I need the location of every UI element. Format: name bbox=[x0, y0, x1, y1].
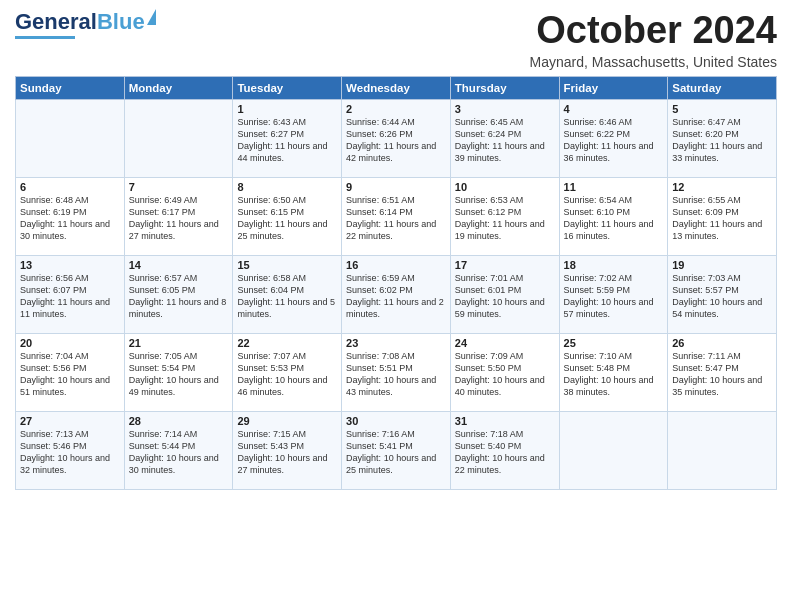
day-number: 14 bbox=[129, 259, 229, 271]
day-number: 12 bbox=[672, 181, 772, 193]
table-row bbox=[668, 411, 777, 489]
day-info: Sunrise: 6:56 AM Sunset: 6:07 PM Dayligh… bbox=[20, 272, 120, 321]
day-info: Sunrise: 7:13 AM Sunset: 5:46 PM Dayligh… bbox=[20, 428, 120, 477]
table-row: 4Sunrise: 6:46 AM Sunset: 6:22 PM Daylig… bbox=[559, 99, 668, 177]
calendar-week-row: 1Sunrise: 6:43 AM Sunset: 6:27 PM Daylig… bbox=[16, 99, 777, 177]
day-info: Sunrise: 6:51 AM Sunset: 6:14 PM Dayligh… bbox=[346, 194, 446, 243]
day-number: 18 bbox=[564, 259, 664, 271]
day-number: 9 bbox=[346, 181, 446, 193]
day-number: 5 bbox=[672, 103, 772, 115]
table-row: 1Sunrise: 6:43 AM Sunset: 6:27 PM Daylig… bbox=[233, 99, 342, 177]
day-info: Sunrise: 6:59 AM Sunset: 6:02 PM Dayligh… bbox=[346, 272, 446, 321]
title-block: October 2024 Maynard, Massachusetts, Uni… bbox=[530, 10, 777, 70]
day-info: Sunrise: 6:49 AM Sunset: 6:17 PM Dayligh… bbox=[129, 194, 229, 243]
table-row: 3Sunrise: 6:45 AM Sunset: 6:24 PM Daylig… bbox=[450, 99, 559, 177]
day-number: 20 bbox=[20, 337, 120, 349]
day-info: Sunrise: 6:50 AM Sunset: 6:15 PM Dayligh… bbox=[237, 194, 337, 243]
day-info: Sunrise: 6:53 AM Sunset: 6:12 PM Dayligh… bbox=[455, 194, 555, 243]
table-row: 20Sunrise: 7:04 AM Sunset: 5:56 PM Dayli… bbox=[16, 333, 125, 411]
day-info: Sunrise: 6:44 AM Sunset: 6:26 PM Dayligh… bbox=[346, 116, 446, 165]
header-thursday: Thursday bbox=[450, 76, 559, 99]
day-number: 28 bbox=[129, 415, 229, 427]
table-row: 19Sunrise: 7:03 AM Sunset: 5:57 PM Dayli… bbox=[668, 255, 777, 333]
logo: GeneralBlue bbox=[15, 10, 156, 39]
header-wednesday: Wednesday bbox=[342, 76, 451, 99]
table-row: 30Sunrise: 7:16 AM Sunset: 5:41 PM Dayli… bbox=[342, 411, 451, 489]
table-row: 29Sunrise: 7:15 AM Sunset: 5:43 PM Dayli… bbox=[233, 411, 342, 489]
day-number: 24 bbox=[455, 337, 555, 349]
table-row: 31Sunrise: 7:18 AM Sunset: 5:40 PM Dayli… bbox=[450, 411, 559, 489]
day-number: 11 bbox=[564, 181, 664, 193]
table-row: 23Sunrise: 7:08 AM Sunset: 5:51 PM Dayli… bbox=[342, 333, 451, 411]
table-row: 9Sunrise: 6:51 AM Sunset: 6:14 PM Daylig… bbox=[342, 177, 451, 255]
calendar-week-row: 6Sunrise: 6:48 AM Sunset: 6:19 PM Daylig… bbox=[16, 177, 777, 255]
table-row: 10Sunrise: 6:53 AM Sunset: 6:12 PM Dayli… bbox=[450, 177, 559, 255]
day-number: 17 bbox=[455, 259, 555, 271]
day-number: 26 bbox=[672, 337, 772, 349]
day-number: 29 bbox=[237, 415, 337, 427]
day-info: Sunrise: 7:09 AM Sunset: 5:50 PM Dayligh… bbox=[455, 350, 555, 399]
day-number: 8 bbox=[237, 181, 337, 193]
day-info: Sunrise: 6:47 AM Sunset: 6:20 PM Dayligh… bbox=[672, 116, 772, 165]
day-info: Sunrise: 7:18 AM Sunset: 5:40 PM Dayligh… bbox=[455, 428, 555, 477]
day-number: 30 bbox=[346, 415, 446, 427]
table-row bbox=[124, 99, 233, 177]
day-info: Sunrise: 6:57 AM Sunset: 6:05 PM Dayligh… bbox=[129, 272, 229, 321]
day-number: 21 bbox=[129, 337, 229, 349]
table-row: 21Sunrise: 7:05 AM Sunset: 5:54 PM Dayli… bbox=[124, 333, 233, 411]
table-row: 26Sunrise: 7:11 AM Sunset: 5:47 PM Dayli… bbox=[668, 333, 777, 411]
day-number: 23 bbox=[346, 337, 446, 349]
day-number: 4 bbox=[564, 103, 664, 115]
header-monday: Monday bbox=[124, 76, 233, 99]
calendar-week-row: 27Sunrise: 7:13 AM Sunset: 5:46 PM Dayli… bbox=[16, 411, 777, 489]
day-info: Sunrise: 6:58 AM Sunset: 6:04 PM Dayligh… bbox=[237, 272, 337, 321]
day-info: Sunrise: 6:43 AM Sunset: 6:27 PM Dayligh… bbox=[237, 116, 337, 165]
day-info: Sunrise: 7:15 AM Sunset: 5:43 PM Dayligh… bbox=[237, 428, 337, 477]
day-info: Sunrise: 6:48 AM Sunset: 6:19 PM Dayligh… bbox=[20, 194, 120, 243]
day-number: 6 bbox=[20, 181, 120, 193]
logo-triangle-icon bbox=[147, 9, 156, 25]
day-info: Sunrise: 7:04 AM Sunset: 5:56 PM Dayligh… bbox=[20, 350, 120, 399]
table-row: 8Sunrise: 6:50 AM Sunset: 6:15 PM Daylig… bbox=[233, 177, 342, 255]
day-info: Sunrise: 7:14 AM Sunset: 5:44 PM Dayligh… bbox=[129, 428, 229, 477]
day-number: 2 bbox=[346, 103, 446, 115]
location: Maynard, Massachusetts, United States bbox=[530, 54, 777, 70]
day-info: Sunrise: 7:16 AM Sunset: 5:41 PM Dayligh… bbox=[346, 428, 446, 477]
day-number: 25 bbox=[564, 337, 664, 349]
header-saturday: Saturday bbox=[668, 76, 777, 99]
header-friday: Friday bbox=[559, 76, 668, 99]
day-info: Sunrise: 7:02 AM Sunset: 5:59 PM Dayligh… bbox=[564, 272, 664, 321]
month-title: October 2024 bbox=[530, 10, 777, 52]
day-info: Sunrise: 7:07 AM Sunset: 5:53 PM Dayligh… bbox=[237, 350, 337, 399]
header-tuesday: Tuesday bbox=[233, 76, 342, 99]
day-number: 27 bbox=[20, 415, 120, 427]
day-number: 3 bbox=[455, 103, 555, 115]
logo-text: GeneralBlue bbox=[15, 10, 145, 34]
calendar-week-row: 20Sunrise: 7:04 AM Sunset: 5:56 PM Dayli… bbox=[16, 333, 777, 411]
day-number: 16 bbox=[346, 259, 446, 271]
day-info: Sunrise: 7:10 AM Sunset: 5:48 PM Dayligh… bbox=[564, 350, 664, 399]
calendar-table: Sunday Monday Tuesday Wednesday Thursday… bbox=[15, 76, 777, 490]
day-info: Sunrise: 7:03 AM Sunset: 5:57 PM Dayligh… bbox=[672, 272, 772, 321]
day-number: 10 bbox=[455, 181, 555, 193]
day-number: 7 bbox=[129, 181, 229, 193]
calendar-week-row: 13Sunrise: 6:56 AM Sunset: 6:07 PM Dayli… bbox=[16, 255, 777, 333]
day-info: Sunrise: 7:08 AM Sunset: 5:51 PM Dayligh… bbox=[346, 350, 446, 399]
calendar-header-row: Sunday Monday Tuesday Wednesday Thursday… bbox=[16, 76, 777, 99]
table-row: 24Sunrise: 7:09 AM Sunset: 5:50 PM Dayli… bbox=[450, 333, 559, 411]
day-number: 19 bbox=[672, 259, 772, 271]
header: GeneralBlue October 2024 Maynard, Massac… bbox=[15, 10, 777, 70]
table-row: 17Sunrise: 7:01 AM Sunset: 6:01 PM Dayli… bbox=[450, 255, 559, 333]
table-row: 11Sunrise: 6:54 AM Sunset: 6:10 PM Dayli… bbox=[559, 177, 668, 255]
day-info: Sunrise: 7:01 AM Sunset: 6:01 PM Dayligh… bbox=[455, 272, 555, 321]
table-row: 2Sunrise: 6:44 AM Sunset: 6:26 PM Daylig… bbox=[342, 99, 451, 177]
day-number: 22 bbox=[237, 337, 337, 349]
table-row bbox=[16, 99, 125, 177]
day-info: Sunrise: 6:45 AM Sunset: 6:24 PM Dayligh… bbox=[455, 116, 555, 165]
day-number: 1 bbox=[237, 103, 337, 115]
table-row: 5Sunrise: 6:47 AM Sunset: 6:20 PM Daylig… bbox=[668, 99, 777, 177]
table-row: 6Sunrise: 6:48 AM Sunset: 6:19 PM Daylig… bbox=[16, 177, 125, 255]
table-row: 18Sunrise: 7:02 AM Sunset: 5:59 PM Dayli… bbox=[559, 255, 668, 333]
day-info: Sunrise: 6:46 AM Sunset: 6:22 PM Dayligh… bbox=[564, 116, 664, 165]
table-row: 14Sunrise: 6:57 AM Sunset: 6:05 PM Dayli… bbox=[124, 255, 233, 333]
